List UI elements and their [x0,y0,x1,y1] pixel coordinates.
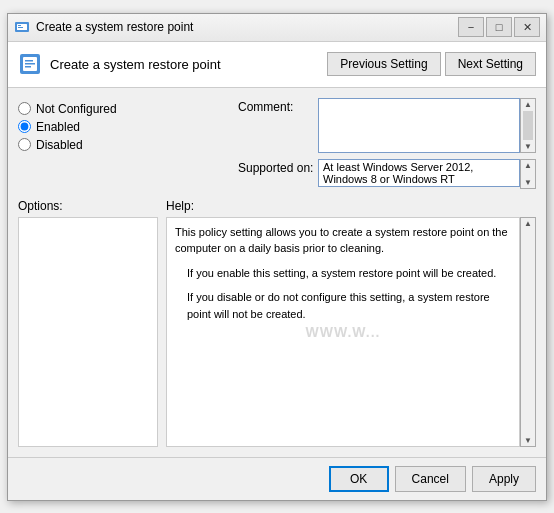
help-text-p2: If you enable this setting, a system res… [175,265,511,282]
nav-buttons: Previous Setting Next Setting [327,52,536,76]
supported-scroll-up: ▲ [523,160,533,171]
comment-label: Comment: [238,98,318,114]
help-panel: Help: This policy setting allows you to … [166,199,536,447]
help-label: Help: [166,199,536,213]
supported-wrapper: At least Windows Server 2012, Windows 8 … [318,159,536,189]
scroll-up-arrow: ▲ [523,99,533,110]
radio-disabled-label: Disabled [36,138,83,152]
comment-row: Comment: ▲ ▼ [238,98,536,153]
svg-rect-6 [25,60,33,62]
content-area: Not Configured Enabled Disabled Comm [8,88,546,457]
svg-rect-8 [25,66,31,68]
title-bar: Create a system restore point − □ ✕ [8,14,546,42]
prev-setting-button[interactable]: Previous Setting [327,52,440,76]
help-text-p1: This policy setting allows you to create… [175,224,511,257]
help-box: This policy setting allows you to create… [166,217,520,447]
radio-not-configured[interactable]: Not Configured [18,102,128,116]
help-scroll-down: ▼ [523,435,533,446]
scroll-thumb [523,111,533,140]
header: Create a system restore point Previous S… [8,42,546,88]
policy-icon [18,52,42,76]
header-title: Create a system restore point [50,57,327,72]
radio-disabled[interactable]: Disabled [18,138,128,152]
right-section: Comment: ▲ ▼ Supported on: At least [238,98,536,197]
radio-not-configured-label: Not Configured [36,102,117,116]
svg-rect-2 [18,25,21,26]
scroll-down-arrow: ▼ [523,141,533,152]
ok-button[interactable]: OK [329,466,389,492]
radio-group: Not Configured Enabled Disabled [18,102,128,152]
help-scrollbar: ▲ ▼ [520,217,536,447]
options-label: Options: [18,199,158,213]
svg-rect-3 [18,27,23,28]
next-setting-button[interactable]: Next Setting [445,52,536,76]
supported-scroll-down: ▼ [523,177,533,188]
supported-row: Supported on: At least Windows Server 20… [238,159,536,189]
comment-input[interactable] [318,98,520,153]
radio-disabled-input[interactable] [18,138,31,151]
radio-enabled[interactable]: Enabled [18,120,128,134]
window-title: Create a system restore point [36,20,458,34]
options-panel: Options: [18,199,158,447]
comment-scrollbar: ▲ ▼ [520,98,536,153]
radio-enabled-input[interactable] [18,120,31,133]
supported-scrollbar: ▲ ▼ [520,159,536,189]
bottom-section: Options: Help: This policy setting allow… [18,199,536,447]
watermark: WWW.W... [306,321,381,342]
close-button[interactable]: ✕ [514,17,540,37]
help-box-wrapper: This policy setting allows you to create… [166,217,536,447]
radio-section: Not Configured Enabled Disabled [18,98,128,197]
supported-label: Supported on: [238,159,318,175]
maximize-button[interactable]: □ [486,17,512,37]
comment-wrapper: ▲ ▼ [318,98,536,153]
supported-value: At least Windows Server 2012, Windows 8 … [318,159,520,187]
window-controls: − □ ✕ [458,17,540,37]
radio-enabled-label: Enabled [36,120,80,134]
main-layout: Not Configured Enabled Disabled Comm [18,98,536,197]
svg-rect-7 [25,63,35,65]
minimize-button[interactable]: − [458,17,484,37]
window-icon [14,19,30,35]
help-scroll-up: ▲ [523,218,533,229]
help-text-p3: If you disable or do not configure this … [175,289,511,322]
cancel-button[interactable]: Cancel [395,466,466,492]
footer: OK Cancel Apply [8,457,546,500]
main-window: Create a system restore point − □ ✕ Crea… [7,13,547,501]
radio-not-configured-input[interactable] [18,102,31,115]
apply-button[interactable]: Apply [472,466,536,492]
options-box [18,217,158,447]
